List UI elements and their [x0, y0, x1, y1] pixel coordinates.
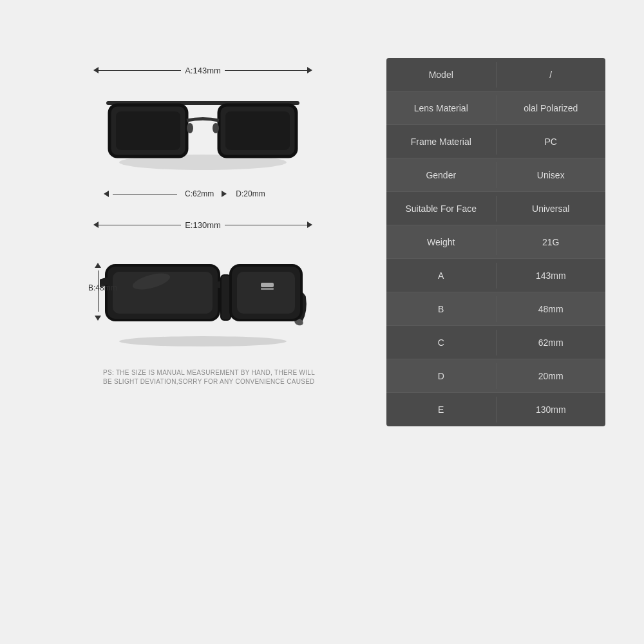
c-line [113, 194, 177, 194]
spec-label-7: B [386, 296, 497, 322]
spec-value-6: 143mm [497, 263, 606, 289]
svg-rect-15 [261, 283, 274, 287]
spec-value-5: 21G [497, 229, 606, 255]
spec-value-4: Universal [497, 196, 606, 222]
measure-line-a2 [225, 70, 307, 71]
measure-a-line: A:143mm [93, 64, 312, 76]
spec-value-8: 62mm [497, 330, 606, 355]
spec-label-4: Suitable For Face [386, 196, 497, 222]
measure-b-label: B:48mm [88, 283, 117, 292]
spec-value-10: 130mm [497, 397, 606, 422]
measure-e-line: E:130mm [93, 219, 312, 231]
b-arrow-up [95, 259, 101, 270]
svg-rect-14 [237, 272, 295, 314]
spec-label-2: Frame Material [386, 129, 497, 155]
left-panel: A:143mm [39, 58, 367, 386]
main-container: A:143mm [26, 39, 618, 605]
spec-label-3: Gender [386, 162, 497, 188]
spec-row-8: C62mm [386, 326, 605, 359]
spec-label-0: Model [386, 62, 497, 88]
spec-value-1: olal Polarized [497, 95, 606, 121]
measure-line-a [99, 70, 181, 71]
spec-row-0: Model/ [386, 58, 605, 91]
spec-row-9: D20mm [386, 359, 605, 393]
cd-measure-area: C:62mm D:20mm [93, 188, 312, 200]
ps-note: PS: THE SIZE IS MANUAL MEASUREMENT BY HA… [103, 368, 322, 386]
svg-rect-12 [221, 275, 231, 320]
svg-point-6 [213, 123, 219, 133]
svg-rect-2 [116, 111, 180, 150]
e-line-1 [99, 225, 181, 225]
svg-rect-4 [225, 111, 290, 150]
spec-value-2: PC [497, 129, 606, 155]
spec-label-9: D [386, 363, 497, 389]
glasses-top-svg [100, 88, 306, 185]
specs-table: Model/Lens Materialolal PolarizedFrame M… [386, 58, 605, 426]
spec-row-4: Suitable For FaceUniversal [386, 192, 605, 225]
measure-a-label: A:143mm [181, 66, 225, 75]
e-line-2 [225, 225, 307, 225]
svg-point-5 [187, 123, 193, 133]
svg-point-7 [119, 155, 287, 170]
spec-label-1: Lens Material [386, 95, 497, 121]
spec-row-2: Frame MaterialPC [386, 125, 605, 158]
c-arrow-left [104, 188, 109, 200]
spec-row-7: B48mm [386, 292, 605, 326]
spec-label-8: C [386, 330, 497, 355]
b-arrow-down [95, 312, 101, 323]
spec-value-9: 20mm [497, 363, 606, 389]
measure-d-label: D:20mm [236, 189, 265, 198]
spec-value-0: / [497, 62, 606, 88]
arrow-right-icon [307, 64, 312, 76]
glasses-top-view [93, 85, 312, 188]
spec-label-10: E [386, 397, 497, 422]
svg-rect-16 [261, 288, 274, 290]
spec-row-3: GenderUnisex [386, 158, 605, 192]
spec-row-1: Lens Materialolal Polarized [386, 91, 605, 125]
spec-value-3: Unisex [497, 162, 606, 188]
e-arrow-right [307, 219, 312, 231]
spec-row-6: A143mm [386, 259, 605, 292]
spec-row-10: E130mm [386, 393, 605, 426]
e-arrow-left [93, 219, 99, 231]
spec-label-5: Weight [386, 229, 497, 255]
glasses-side-svg [100, 240, 312, 349]
spec-row-5: Weight21G [386, 225, 605, 259]
arrow-left-icon [93, 64, 99, 76]
measure-c-label: C:62mm [181, 189, 218, 198]
c-arrow-right [222, 188, 227, 200]
spec-label-6: A [386, 263, 497, 289]
glasses-side-view: B:48mm [87, 240, 319, 355]
measure-e-label: E:130mm [181, 220, 225, 230]
spec-value-7: 48mm [497, 296, 606, 322]
svg-point-17 [119, 336, 287, 346]
